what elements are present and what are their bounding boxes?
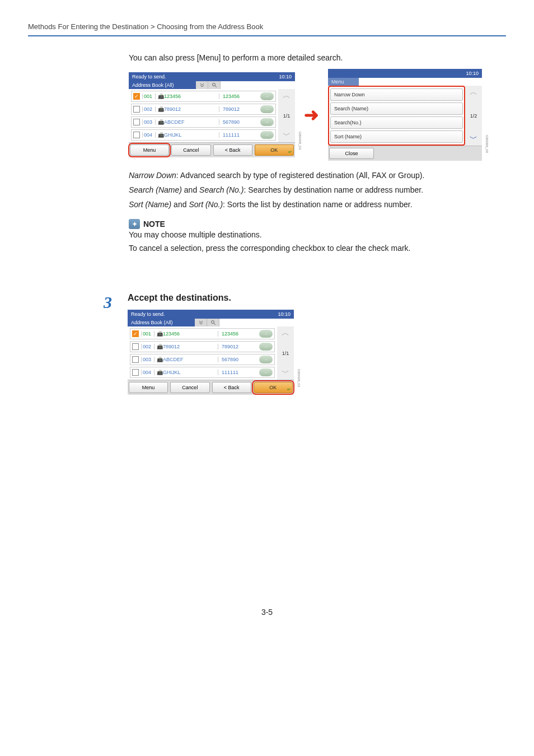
scroll-down-icon[interactable]: ﹀	[277, 366, 294, 380]
list-item[interactable]: 004📠GHIJKL111111⋯	[130, 367, 275, 378]
arrow-right-icon: ➜	[302, 104, 321, 125]
note-heading: NOTE	[143, 220, 165, 228]
list-item[interactable]: 003📠ABCDEF567890⋯	[131, 116, 276, 128]
detail-button[interactable]: ⋯	[260, 105, 274, 113]
note-body: You may choose multiple destinations. To…	[129, 230, 515, 253]
checkbox-icon[interactable]	[132, 356, 139, 363]
lcd-title: Ready to send.	[131, 311, 165, 317]
menu-item-search-no[interactable]: Search(No.)	[330, 116, 463, 129]
fax-icon: 📠	[158, 106, 164, 112]
detail-button[interactable]: ⋯	[259, 368, 273, 376]
page-indicator: 1/1	[277, 340, 294, 366]
fax-icon: 📠	[158, 132, 164, 138]
image-tag: GB0366_00	[485, 135, 489, 153]
fax-icon: 📠	[157, 370, 163, 375]
enter-icon: ↵	[287, 387, 291, 392]
menu-item-sort-name[interactable]: Sort (Name)	[330, 130, 463, 143]
step-title: Accept the destinations.	[128, 293, 515, 303]
note-icon: ✦	[129, 219, 140, 229]
image-tag: GB0428_03	[298, 132, 302, 150]
checkbox-icon[interactable]	[132, 369, 139, 376]
checkbox-icon[interactable]	[133, 132, 140, 138]
address-book-tab[interactable]: Address Book (All)	[128, 319, 195, 326]
detail-button[interactable]: ⋯	[259, 330, 273, 338]
fax-icon: 📠	[157, 331, 163, 337]
menu-button[interactable]: Menu	[130, 144, 169, 156]
ok-button[interactable]: OK↵	[254, 382, 293, 393]
back-button[interactable]: < Back	[213, 144, 252, 156]
detail-button[interactable]: ⋯	[259, 356, 273, 363]
fax-icon: 📠	[158, 94, 164, 99]
cancel-button[interactable]: Cancel	[170, 382, 209, 393]
fax-icon: 📠	[157, 344, 163, 349]
list-item[interactable]: 004📠GHIJKL111111⋯	[131, 129, 276, 141]
address-book-panel-1: Ready to send. 10:10 Address Book (All) …	[129, 72, 295, 157]
page-indicator: 1/1	[278, 102, 295, 129]
image-tag: GB0428_03	[297, 369, 301, 387]
menu-tab: Menu	[328, 78, 359, 86]
close-button[interactable]: Close	[329, 148, 374, 159]
list-item[interactable]: 002📠789012789012⋯	[131, 104, 276, 115]
list-item[interactable]: 002📠789012789012⋯	[130, 341, 275, 352]
list-item[interactable]: ✓001📠123456123456⋯	[130, 328, 275, 339]
menu-item-narrow-down[interactable]: Narrow Down	[330, 88, 463, 101]
list-item[interactable]: ✓001📠123456123456⋯	[131, 91, 276, 102]
checkbox-icon[interactable]	[132, 343, 139, 350]
scroll-up-icon[interactable]: ︿	[278, 89, 295, 102]
sort-icon[interactable]	[195, 319, 207, 326]
scroll-down-icon[interactable]: ﹀	[465, 132, 482, 146]
sort-icon[interactable]	[196, 81, 208, 89]
lcd-time: 10:10	[466, 71, 479, 76]
lcd-title: Ready to send.	[132, 74, 166, 80]
intro-text: You can also press [Menu] to perform a m…	[129, 53, 515, 62]
fax-icon: 📠	[158, 119, 164, 125]
cancel-button[interactable]: Cancel	[171, 144, 210, 156]
detail-button[interactable]: ⋯	[260, 92, 274, 100]
checkbox-icon[interactable]: ✓	[133, 93, 140, 100]
svg-point-2	[211, 321, 214, 324]
lcd-time: 10:10	[278, 311, 291, 317]
menu-button[interactable]: Menu	[129, 382, 168, 393]
page-number: 3-5	[28, 608, 506, 617]
scroll-up-icon[interactable]: ︿	[277, 326, 294, 340]
search-icon[interactable]	[207, 319, 219, 326]
svg-line-1	[215, 86, 217, 87]
checkbox-icon[interactable]	[133, 106, 140, 113]
lcd-time: 10:10	[279, 74, 292, 80]
checkbox-icon[interactable]	[133, 119, 140, 125]
detail-button[interactable]: ⋯	[260, 131, 274, 139]
search-icon[interactable]	[208, 81, 221, 89]
scroll-down-icon[interactable]: ﹀	[278, 129, 295, 142]
address-book-panel-2: Ready to send. 10:10 Address Book (All) …	[128, 310, 294, 395]
address-book-tab[interactable]: Address Book (All)	[129, 81, 196, 89]
svg-point-0	[212, 83, 215, 86]
menu-panel: 10:10 Menu Narrow Down Search (Name) Sea…	[328, 69, 482, 161]
breadcrumb: Methods For Entering the Destination > C…	[28, 22, 506, 36]
fax-icon: 📠	[157, 357, 163, 362]
ok-button[interactable]: OK↵	[255, 144, 294, 156]
detail-button[interactable]: ⋯	[260, 118, 274, 126]
enter-icon: ↵	[288, 150, 292, 155]
description-block: Narrow Down: Advanced search by type of …	[129, 171, 515, 209]
list-item[interactable]: 003📠ABCDEF567890⋯	[130, 354, 275, 365]
checkbox-icon[interactable]: ✓	[132, 330, 139, 337]
detail-button[interactable]: ⋯	[259, 343, 273, 351]
menu-item-search-name[interactable]: Search (Name)	[330, 102, 463, 115]
scroll-up-icon[interactable]: ︿	[465, 86, 482, 99]
step-number: 3	[104, 293, 118, 395]
page-indicator: 1/2	[465, 99, 482, 132]
back-button[interactable]: < Back	[212, 382, 251, 393]
svg-line-3	[214, 323, 216, 325]
